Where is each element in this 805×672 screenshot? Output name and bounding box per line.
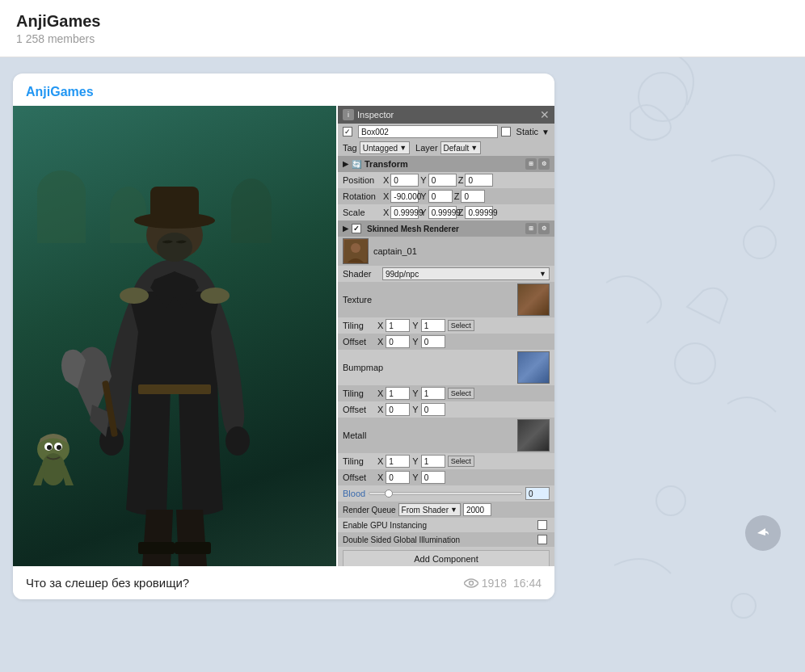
rotation-y[interactable]: 0 bbox=[428, 190, 453, 203]
offset-label-1: Offset bbox=[343, 337, 375, 346]
inspector-titlebar: i Inspector ✕ bbox=[338, 106, 554, 124]
object-checkbox[interactable]: ✓ bbox=[343, 127, 352, 136]
bumpmap-offset-row: Offset X 0 Y 0 bbox=[338, 401, 554, 418]
svg-point-22 bbox=[47, 445, 52, 450]
blood-label: Blood bbox=[343, 489, 365, 498]
captain-avatar bbox=[343, 238, 369, 264]
layer-dropdown[interactable]: Default ▼ bbox=[440, 141, 482, 154]
bumpmap-thumbnail bbox=[517, 351, 550, 384]
view-count-text: 1918 bbox=[482, 577, 507, 590]
offset-y1[interactable]: 0 bbox=[421, 335, 445, 348]
shader-dropdown[interactable]: 99dp/npc ▼ bbox=[382, 267, 550, 280]
tiling-y1[interactable]: 1 bbox=[421, 319, 445, 332]
position-label: Position bbox=[343, 175, 383, 185]
render-queue-label: Render Queue bbox=[343, 506, 396, 514]
svg-point-10 bbox=[225, 426, 250, 456]
texture-offset-row: Offset X 0 Y 0 bbox=[338, 334, 554, 350]
tiling-label-3: Tiling bbox=[343, 456, 375, 466]
tiling-y3[interactable]: 1 bbox=[421, 455, 445, 468]
rotation-x[interactable]: -90.000 bbox=[390, 190, 419, 203]
position-y[interactable]: 0 bbox=[428, 174, 457, 187]
forward-button[interactable] bbox=[745, 515, 781, 551]
bumpmap-section-label: Bumpmap bbox=[338, 350, 554, 385]
offset-label-3: Offset bbox=[343, 472, 375, 482]
eye-icon bbox=[464, 578, 478, 588]
svg-point-26 bbox=[469, 581, 473, 585]
metall-tiling-row: Tiling X 1 Y 1 Select bbox=[338, 453, 554, 469]
position-row: Position X 0 Y 0 Z 0 bbox=[338, 172, 554, 188]
blood-value[interactable]: 0 bbox=[525, 487, 550, 500]
gpu-instancing-checkbox[interactable] bbox=[537, 520, 547, 530]
captain-label: captain_01 bbox=[373, 246, 417, 256]
offset-label-2: Offset bbox=[343, 405, 375, 414]
texture-select-btn[interactable]: Select bbox=[448, 320, 474, 331]
rotation-row: Rotation X -90.000 Y 0 Z 0 bbox=[338, 188, 554, 204]
svg-rect-8 bbox=[150, 187, 199, 223]
scale-y[interactable]: 0.99999 bbox=[428, 206, 457, 219]
bumpmap-select-btn[interactable]: Select bbox=[448, 388, 474, 399]
message-time: 16:44 bbox=[513, 577, 542, 590]
shader-row: Shader 99dp/npc ▼ bbox=[338, 266, 554, 282]
inspector-panel: i Inspector ✕ ✓ Box002 Static ▼ Tag Unta bbox=[338, 106, 554, 566]
svg-point-14 bbox=[200, 288, 230, 304]
tag-dropdown[interactable]: Untagged ▼ bbox=[360, 141, 410, 154]
double-sided-row: Double Sided Global Illumination bbox=[338, 532, 554, 547]
tag-layer-row: Tag Untagged ▼ Layer Default ▼ bbox=[338, 140, 554, 156]
scale-z[interactable]: 0.99999 bbox=[465, 206, 493, 219]
blood-slider[interactable] bbox=[369, 492, 522, 495]
texture-label: Texture bbox=[343, 295, 372, 304]
lock-icon: ⊞ bbox=[525, 158, 537, 170]
metall-label: Metall bbox=[343, 430, 366, 440]
metall-select-btn[interactable]: Select bbox=[448, 456, 474, 467]
message-text: Что за слешер без кровищи? bbox=[26, 576, 189, 590]
mesh-checkbox[interactable]: ✓ bbox=[352, 224, 361, 233]
tag-label: Tag bbox=[343, 143, 357, 153]
svg-point-16 bbox=[157, 233, 192, 262]
bumpmap-tiling-row: Tiling X 1 Y 1 Select bbox=[338, 385, 554, 401]
render-queue-number[interactable]: 2000 bbox=[463, 503, 491, 516]
svg-point-23 bbox=[57, 445, 61, 450]
position-z[interactable]: 0 bbox=[465, 174, 493, 187]
offset-x2[interactable]: 0 bbox=[386, 403, 410, 416]
tiling-x3[interactable]: 1 bbox=[386, 455, 410, 468]
settings-icon: ⚙ bbox=[538, 158, 550, 170]
inspector-icon: i bbox=[343, 109, 354, 120]
svg-rect-15 bbox=[138, 384, 211, 394]
transform-icons: ⊞ ⚙ bbox=[525, 158, 550, 170]
static-checkbox[interactable] bbox=[501, 127, 511, 136]
texture-tiling-row: Tiling X 1 Y 1 Select bbox=[338, 317, 554, 334]
message-footer: Что за слешер без кровищи? 1918 16:44 bbox=[13, 566, 554, 599]
rotation-z[interactable]: 0 bbox=[461, 190, 485, 203]
inspector-title: Inspector bbox=[357, 110, 394, 120]
content-area: AnjiGames bbox=[0, 57, 805, 615]
tiling-y2[interactable]: 1 bbox=[421, 387, 445, 400]
scale-label: Scale bbox=[343, 208, 383, 217]
gpu-instancing-label: Enable GPU Instancing bbox=[343, 521, 427, 530]
svg-rect-12 bbox=[175, 542, 211, 554]
channel-header: AnjiGames 1 258 members bbox=[0, 0, 805, 57]
layer-label: Layer bbox=[415, 143, 438, 153]
scale-x[interactable]: 0.99999 bbox=[390, 206, 419, 219]
metall-thumbnail bbox=[517, 419, 550, 452]
tiling-label-2: Tiling bbox=[343, 388, 375, 398]
mesh-icons: ⊞ ⚙ bbox=[525, 223, 550, 234]
svg-rect-11 bbox=[138, 542, 175, 554]
tiling-x1[interactable]: 1 bbox=[386, 319, 410, 332]
offset-x1[interactable]: 0 bbox=[386, 335, 410, 348]
scale-row: Scale X 0.99999 Y 0.99999 Z 0.99999 bbox=[338, 204, 554, 220]
object-name-field[interactable]: Box002 bbox=[358, 125, 498, 138]
captain-row: captain_01 bbox=[338, 237, 554, 266]
members-count: 1 258 members bbox=[16, 32, 789, 45]
double-sided-checkbox[interactable] bbox=[537, 535, 547, 544]
offset-x3[interactable]: 0 bbox=[386, 471, 410, 484]
offset-y3[interactable]: 0 bbox=[421, 471, 445, 484]
add-component-button[interactable]: Add Component bbox=[343, 550, 550, 566]
metall-offset-row: Offset X 0 Y 0 bbox=[338, 469, 554, 485]
mesh-lock-icon: ⊞ bbox=[525, 223, 537, 234]
tiling-x2[interactable]: 1 bbox=[386, 387, 410, 400]
offset-y2[interactable]: 0 bbox=[421, 403, 445, 416]
texture-section-label: Texture bbox=[338, 282, 554, 317]
view-count: 1918 bbox=[464, 577, 507, 590]
render-queue-dropdown[interactable]: From Shader ▼ bbox=[398, 503, 461, 516]
position-x[interactable]: 0 bbox=[390, 174, 419, 187]
